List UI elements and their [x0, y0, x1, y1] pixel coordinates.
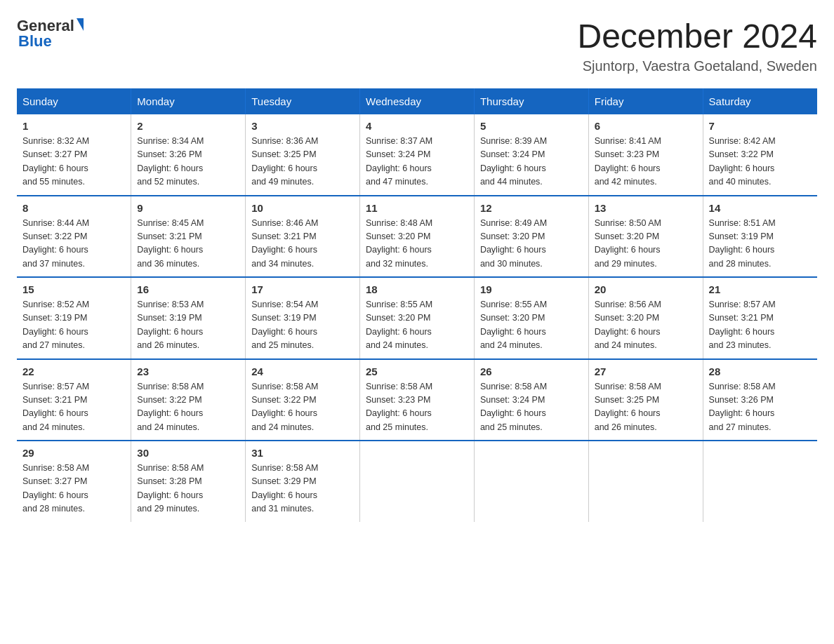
header-thursday: Thursday — [474, 88, 588, 114]
calendar-cell: 22 Sunrise: 8:57 AM Sunset: 3:21 PM Dayl… — [17, 359, 131, 441]
day-number: 1 — [22, 120, 125, 132]
day-info: Sunrise: 8:58 AM Sunset: 3:22 PM Dayligh… — [251, 380, 354, 435]
day-info: Sunrise: 8:56 AM Sunset: 3:20 PM Dayligh… — [595, 298, 697, 353]
day-number: 13 — [595, 202, 697, 214]
weekday-header-row: SundayMondayTuesdayWednesdayThursdayFrid… — [17, 88, 817, 114]
day-info: Sunrise: 8:58 AM Sunset: 3:27 PM Dayligh… — [22, 462, 125, 516]
day-number: 16 — [137, 283, 239, 295]
calendar-cell: 18 Sunrise: 8:55 AM Sunset: 3:20 PM Dayl… — [360, 277, 475, 359]
day-info: Sunrise: 8:58 AM Sunset: 3:23 PM Dayligh… — [366, 380, 468, 435]
calendar-cell: 10 Sunrise: 8:46 AM Sunset: 3:21 PM Dayl… — [246, 196, 360, 278]
day-info: Sunrise: 8:58 AM Sunset: 3:28 PM Dayligh… — [137, 462, 239, 516]
calendar-cell: 21 Sunrise: 8:57 AM Sunset: 3:21 PM Dayl… — [703, 277, 817, 359]
week-row-5: 29 Sunrise: 8:58 AM Sunset: 3:27 PM Dayl… — [17, 441, 817, 522]
calendar-cell: 30 Sunrise: 8:58 AM Sunset: 3:28 PM Dayl… — [131, 441, 246, 522]
day-info: Sunrise: 8:58 AM Sunset: 3:25 PM Dayligh… — [595, 380, 697, 435]
calendar-cell: 1 Sunrise: 8:32 AM Sunset: 3:27 PM Dayli… — [17, 114, 131, 196]
calendar-cell: 23 Sunrise: 8:58 AM Sunset: 3:22 PM Dayl… — [131, 359, 246, 441]
day-number: 25 — [366, 365, 468, 377]
day-number: 18 — [366, 283, 468, 295]
day-number: 24 — [251, 365, 354, 377]
logo-triangle-icon — [77, 18, 84, 31]
day-info: Sunrise: 8:55 AM Sunset: 3:20 PM Dayligh… — [366, 298, 468, 353]
day-info: Sunrise: 8:58 AM Sunset: 3:26 PM Dayligh… — [709, 380, 812, 435]
calendar-cell: 6 Sunrise: 8:41 AM Sunset: 3:23 PM Dayli… — [588, 114, 703, 196]
calendar-cell: 8 Sunrise: 8:44 AM Sunset: 3:22 PM Dayli… — [17, 196, 131, 278]
week-row-3: 15 Sunrise: 8:52 AM Sunset: 3:19 PM Dayl… — [17, 277, 817, 359]
day-info: Sunrise: 8:57 AM Sunset: 3:21 PM Dayligh… — [709, 298, 812, 353]
calendar-cell: 12 Sunrise: 8:49 AM Sunset: 3:20 PM Dayl… — [474, 196, 588, 278]
day-number: 12 — [480, 202, 583, 214]
calendar-cell: 31 Sunrise: 8:58 AM Sunset: 3:29 PM Dayl… — [246, 441, 360, 522]
logo: General Blue — [17, 17, 84, 51]
calendar-cell: 3 Sunrise: 8:36 AM Sunset: 3:25 PM Dayli… — [246, 114, 360, 196]
day-number: 3 — [251, 120, 354, 132]
day-number: 10 — [251, 202, 354, 214]
calendar-cell: 4 Sunrise: 8:37 AM Sunset: 3:24 PM Dayli… — [360, 114, 475, 196]
day-number: 27 — [595, 365, 697, 377]
header-friday: Friday — [588, 88, 703, 114]
day-number: 22 — [22, 365, 125, 377]
week-row-4: 22 Sunrise: 8:57 AM Sunset: 3:21 PM Dayl… — [17, 359, 817, 441]
day-number: 8 — [22, 202, 125, 214]
calendar-cell: 14 Sunrise: 8:51 AM Sunset: 3:19 PM Dayl… — [703, 196, 817, 278]
calendar-cell: 20 Sunrise: 8:56 AM Sunset: 3:20 PM Dayl… — [588, 277, 703, 359]
day-info: Sunrise: 8:34 AM Sunset: 3:26 PM Dayligh… — [137, 135, 239, 189]
day-info: Sunrise: 8:37 AM Sunset: 3:24 PM Dayligh… — [366, 135, 468, 189]
calendar-cell — [474, 441, 588, 522]
day-number: 31 — [251, 447, 354, 459]
header-saturday: Saturday — [703, 88, 817, 114]
calendar-cell: 27 Sunrise: 8:58 AM Sunset: 3:25 PM Dayl… — [588, 359, 703, 441]
day-info: Sunrise: 8:45 AM Sunset: 3:21 PM Dayligh… — [137, 217, 239, 271]
day-info: Sunrise: 8:49 AM Sunset: 3:20 PM Dayligh… — [480, 217, 583, 271]
calendar-cell: 13 Sunrise: 8:50 AM Sunset: 3:20 PM Dayl… — [588, 196, 703, 278]
day-number: 23 — [137, 365, 239, 377]
calendar-cell: 9 Sunrise: 8:45 AM Sunset: 3:21 PM Dayli… — [131, 196, 246, 278]
calendar-cell: 16 Sunrise: 8:53 AM Sunset: 3:19 PM Dayl… — [131, 277, 246, 359]
location-text: Sjuntorp, Vaestra Goetaland, Sweden — [577, 58, 817, 74]
header-sunday: Sunday — [17, 88, 131, 114]
calendar-cell: 29 Sunrise: 8:58 AM Sunset: 3:27 PM Dayl… — [17, 441, 131, 522]
day-number: 9 — [137, 202, 239, 214]
calendar-cell: 5 Sunrise: 8:39 AM Sunset: 3:24 PM Dayli… — [474, 114, 588, 196]
day-number: 2 — [137, 120, 239, 132]
week-row-1: 1 Sunrise: 8:32 AM Sunset: 3:27 PM Dayli… — [17, 114, 817, 196]
day-number: 7 — [709, 120, 812, 132]
header-monday: Monday — [131, 88, 246, 114]
day-info: Sunrise: 8:42 AM Sunset: 3:22 PM Dayligh… — [709, 135, 812, 189]
header-tuesday: Tuesday — [246, 88, 360, 114]
day-info: Sunrise: 8:50 AM Sunset: 3:20 PM Dayligh… — [595, 217, 697, 271]
day-number: 29 — [22, 447, 125, 459]
day-info: Sunrise: 8:54 AM Sunset: 3:19 PM Dayligh… — [251, 298, 354, 353]
day-number: 21 — [709, 283, 812, 295]
day-info: Sunrise: 8:58 AM Sunset: 3:29 PM Dayligh… — [251, 462, 354, 516]
day-number: 11 — [366, 202, 468, 214]
day-info: Sunrise: 8:32 AM Sunset: 3:27 PM Dayligh… — [22, 135, 125, 189]
day-number: 4 — [366, 120, 468, 132]
day-info: Sunrise: 8:41 AM Sunset: 3:23 PM Dayligh… — [595, 135, 697, 189]
day-info: Sunrise: 8:48 AM Sunset: 3:20 PM Dayligh… — [366, 217, 468, 271]
day-info: Sunrise: 8:53 AM Sunset: 3:19 PM Dayligh… — [137, 298, 239, 353]
calendar-cell: 15 Sunrise: 8:52 AM Sunset: 3:19 PM Dayl… — [17, 277, 131, 359]
day-number: 5 — [480, 120, 583, 132]
calendar-cell: 24 Sunrise: 8:58 AM Sunset: 3:22 PM Dayl… — [246, 359, 360, 441]
week-row-2: 8 Sunrise: 8:44 AM Sunset: 3:22 PM Dayli… — [17, 196, 817, 278]
day-info: Sunrise: 8:46 AM Sunset: 3:21 PM Dayligh… — [251, 217, 354, 271]
day-info: Sunrise: 8:58 AM Sunset: 3:22 PM Dayligh… — [137, 380, 239, 435]
calendar-cell: 7 Sunrise: 8:42 AM Sunset: 3:22 PM Dayli… — [703, 114, 817, 196]
title-section: December 2024 Sjuntorp, Vaestra Goetalan… — [577, 17, 817, 74]
page-header: General Blue December 2024 Sjuntorp, Vae… — [17, 17, 817, 74]
calendar-cell — [360, 441, 475, 522]
day-number: 26 — [480, 365, 583, 377]
day-number: 14 — [709, 202, 812, 214]
day-number: 17 — [251, 283, 354, 295]
calendar-table: SundayMondayTuesdayWednesdayThursdayFrid… — [17, 88, 817, 522]
calendar-cell: 17 Sunrise: 8:54 AM Sunset: 3:19 PM Dayl… — [246, 277, 360, 359]
day-info: Sunrise: 8:55 AM Sunset: 3:20 PM Dayligh… — [480, 298, 583, 353]
calendar-cell: 2 Sunrise: 8:34 AM Sunset: 3:26 PM Dayli… — [131, 114, 246, 196]
calendar-cell — [588, 441, 703, 522]
day-info: Sunrise: 8:39 AM Sunset: 3:24 PM Dayligh… — [480, 135, 583, 189]
day-number: 30 — [137, 447, 239, 459]
day-number: 28 — [709, 365, 812, 377]
day-info: Sunrise: 8:57 AM Sunset: 3:21 PM Dayligh… — [22, 380, 125, 435]
